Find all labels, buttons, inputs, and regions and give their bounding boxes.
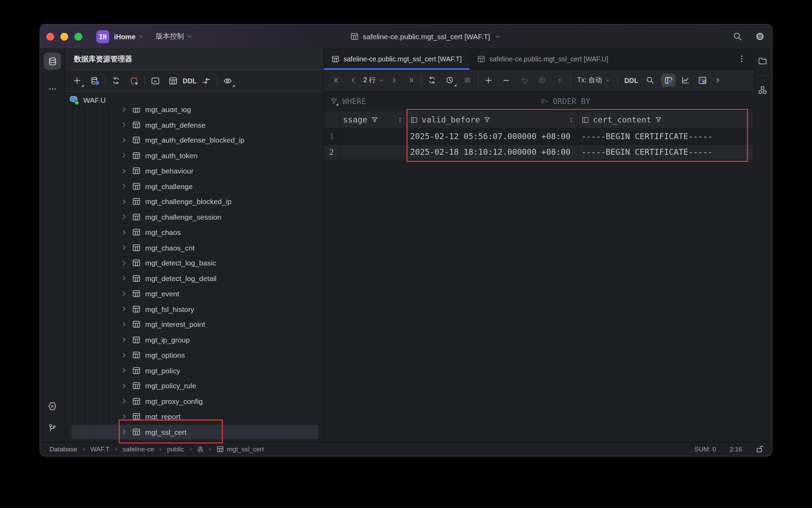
close-window-button[interactable]: [46, 33, 54, 41]
add-row-button[interactable]: [482, 74, 496, 87]
view-options-button[interactable]: [221, 74, 235, 87]
table-view-options-button[interactable]: [695, 74, 709, 87]
chevron-right-icon[interactable]: [120, 274, 129, 282]
column-header-valid-before[interactable]: valid_before: [407, 111, 578, 128]
chevron-right-icon[interactable]: [120, 336, 129, 344]
tree-item-mgt_policy[interactable]: mgt_policy: [65, 363, 323, 378]
tree-item-mgt_report[interactable]: mgt_report: [65, 409, 323, 424]
git-branch-icon[interactable]: [48, 424, 57, 433]
sort-updown-icon[interactable]: [397, 116, 404, 123]
tree-item-mgt_chaos[interactable]: mgt_chaos: [65, 225, 323, 240]
chevron-right-icon[interactable]: [120, 290, 129, 298]
chevron-right-icon[interactable]: [120, 351, 129, 359]
chevron-right-icon[interactable]: [120, 136, 129, 144]
previous-page-button[interactable]: [347, 74, 360, 87]
ddl-button[interactable]: DDL: [621, 76, 641, 84]
chevron-right-icon[interactable]: [120, 228, 129, 236]
chevron-right-icon[interactable]: [120, 259, 129, 267]
chevron-right-icon[interactable]: [120, 397, 129, 405]
chevron-right-icon[interactable]: [120, 382, 129, 390]
chevron-right-icon[interactable]: [120, 428, 129, 436]
search-icon[interactable]: [733, 32, 742, 41]
tree-item-mgt_fsl_history[interactable]: mgt_fsl_history: [65, 302, 323, 317]
tree-item-mgt_detect_log_detail[interactable]: mgt_detect_log_detail: [65, 271, 323, 286]
chevron-right-icon[interactable]: [120, 213, 129, 221]
minimize-window-button[interactable]: [60, 33, 68, 41]
tree-item-mgt_event[interactable]: mgt_event: [65, 286, 323, 301]
cell-cert-content[interactable]: -----BEGIN CERTIFICATE-----: [578, 129, 753, 144]
refresh-button[interactable]: [109, 74, 123, 87]
tree-item-mgt_auth_defense_blocked_ip[interactable]: mgt_auth_defense_blocked_ip: [65, 133, 323, 148]
tab-mgt-ssl-cert-waf-u[interactable]: safeline-ce.public.mgt_ssl_cert [WAF.U]: [470, 49, 616, 69]
disconnect-button[interactable]: [127, 74, 141, 87]
tree-item-mgt_options[interactable]: mgt_options: [65, 347, 323, 363]
window-title[interactable]: safeline-ce.public.mgt_ssl_cert [WAF.T]: [350, 25, 501, 49]
tree-item-mgt_challenge[interactable]: mgt_challenge: [65, 179, 323, 194]
swap-direction-button[interactable]: [200, 74, 213, 87]
funnel-icon[interactable]: [483, 116, 491, 124]
chevron-right-icon[interactable]: [120, 413, 129, 421]
table-row-2[interactable]: 22025-02-18 18:10:12.000000 +08:00-----B…: [324, 144, 753, 160]
settings-gear-icon[interactable]: [755, 32, 765, 41]
delete-row-button[interactable]: [500, 74, 513, 87]
cursor-position[interactable]: 2:16: [729, 446, 742, 453]
tree-item-mgt_auth_defense[interactable]: mgt_auth_defense: [65, 117, 323, 133]
open-table-button[interactable]: [166, 74, 180, 87]
project-menu[interactable]: iHome: [114, 33, 144, 41]
chevron-right-icon[interactable]: [120, 366, 129, 374]
reload-data-button[interactable]: [425, 74, 439, 87]
cell-message[interactable]: [340, 129, 407, 144]
tree-root-waf-u[interactable]: WAF.U: [65, 92, 323, 108]
tab-mgt-ssl-cert-waf-t[interactable]: safeline-ce.public.mgt_ssl_cert [WAF.T]: [324, 49, 470, 69]
breadcrumb-item-Database[interactable]: Database: [50, 446, 77, 453]
tab-options-dots-icon[interactable]: [738, 55, 746, 63]
funnel-icon[interactable]: [655, 116, 662, 124]
chevron-right-icon[interactable]: [120, 198, 129, 206]
tree-item-mgt_interest_point[interactable]: mgt_interest_point: [65, 317, 323, 332]
chevron-right-icon[interactable]: [120, 321, 129, 329]
submit-button[interactable]: [553, 74, 566, 87]
chart-view-button[interactable]: [679, 74, 692, 87]
tree-item-mgt_auth_token[interactable]: mgt_auth_token: [65, 148, 323, 163]
folder-icon[interactable]: [758, 56, 767, 66]
open-console-button[interactable]: [149, 74, 162, 87]
tree-item-mgt_behaviour[interactable]: mgt_behaviour: [65, 163, 323, 178]
column-header-message[interactable]: ssage: [340, 111, 407, 128]
sort-updown-icon[interactable]: [568, 116, 575, 123]
vcs-menu[interactable]: 版本控制: [156, 32, 193, 41]
lock-open-icon[interactable]: [756, 445, 764, 454]
query-history-button[interactable]: [443, 74, 456, 87]
tree-item-mgt_challenge_blocked_ip[interactable]: mgt_challenge_blocked_ip: [65, 194, 323, 209]
tree-item-mgt_detect_log_basic[interactable]: mgt_detect_log_basic: [65, 255, 323, 271]
breadcrumb-item-WAF.T[interactable]: WAF.T: [90, 446, 110, 453]
table-row-1[interactable]: 12025-02-12 05:56:07.000000 +08:00-----B…: [324, 129, 753, 145]
chevron-right-icon[interactable]: [120, 121, 129, 129]
tree-item-mgt_ip_group[interactable]: mgt_ip_group: [65, 332, 323, 347]
column-filter-button-active[interactable]: [661, 74, 676, 87]
tree-item-mgt_chaos_cnt[interactable]: mgt_chaos_cnt: [65, 240, 323, 255]
revert-button[interactable]: [517, 74, 531, 87]
preview-changes-button[interactable]: [535, 74, 549, 87]
database-tool-button[interactable]: [44, 53, 61, 70]
chevron-right-icon[interactable]: [120, 244, 129, 252]
breadcrumb-item-mgt_ssl_cert[interactable]: mgt_ssl_cert: [227, 446, 264, 453]
more-tools-icon[interactable]: [49, 85, 57, 93]
ddl-button[interactable]: DDL: [180, 77, 200, 85]
more-toolbar-button[interactable]: [711, 74, 725, 87]
chevron-right-icon[interactable]: [120, 305, 129, 313]
project-badge[interactable]: IH: [96, 30, 110, 43]
where-filter[interactable]: WHERE: [324, 96, 366, 106]
breadcrumb-item-safeline-ce[interactable]: safeline-ce: [122, 446, 154, 453]
tree-item-mgt_proxy_config[interactable]: mgt_proxy_config: [65, 393, 323, 409]
chevron-right-icon[interactable]: [120, 167, 129, 175]
stop-button[interactable]: [460, 74, 474, 87]
next-page-button[interactable]: [387, 74, 401, 87]
tree-item-mgt_ssl_cert[interactable]: mgt_ssl_cert: [65, 424, 323, 440]
find-button[interactable]: [643, 74, 657, 87]
tree-item-mgt_challenge_session[interactable]: mgt_challenge_session: [65, 209, 323, 225]
add-datasource-button[interactable]: [70, 74, 84, 87]
breadcrumb-item-public[interactable]: public: [167, 446, 184, 453]
zoom-window-button[interactable]: [75, 33, 83, 41]
services-hexagon-play-icon[interactable]: [48, 401, 58, 412]
cell-cert-content[interactable]: -----BEGIN CERTIFICATE-----: [578, 144, 753, 160]
